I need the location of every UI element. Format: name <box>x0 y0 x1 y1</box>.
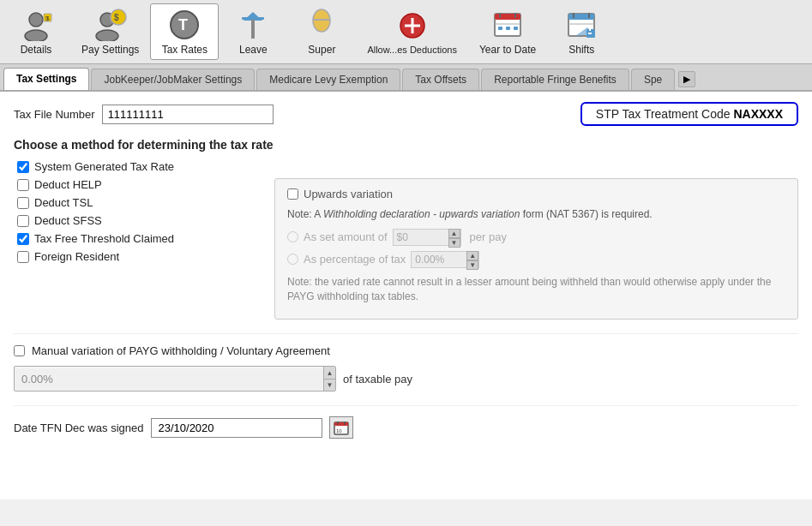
foreign-resident-label[interactable]: Foreign Resident <box>34 250 119 263</box>
note1-prefix: Note: A <box>287 208 323 220</box>
upward-variation-note2: Note: the varied rate cannot result in a… <box>287 275 785 304</box>
leave-icon <box>236 8 270 42</box>
calendar-button[interactable]: 10 <box>329 416 353 439</box>
date-tfn-row: Date TFN Dec was signed 10 <box>14 405 798 439</box>
manual-variation-checkbox[interactable] <box>14 345 25 356</box>
tab-tax-offsets[interactable]: Tax Offsets <box>402 69 479 90</box>
allowances-icon <box>395 9 430 43</box>
shifts-icon <box>564 8 598 42</box>
spinner-down[interactable]: ▼ <box>448 238 460 248</box>
toolbar-item-details[interactable]: $ Details <box>2 3 70 60</box>
tfn-input[interactable] <box>102 105 274 124</box>
svg-point-5 <box>96 30 118 41</box>
tfn-row: Tax File Number STP Tax Treatment Code N… <box>14 102 798 126</box>
tax-free-threshold-row: Tax Free Threshold Claimed <box>17 232 254 245</box>
toolbar-label-leave: Leave <box>239 44 268 56</box>
system-generated-row: System Generated Tax Rate <box>17 160 798 173</box>
upward-variation-label[interactable]: Upwards variation <box>304 188 393 200</box>
as-pct-input-wrap: ▲ ▼ <box>411 251 479 268</box>
svg-rect-27 <box>568 14 594 20</box>
date-tfn-input[interactable] <box>151 418 322 438</box>
toolbar: $ Details $ Pay Settings T Tax Rates <box>0 0 812 64</box>
toolbar-item-tax-rates[interactable]: T Tax Rates <box>150 3 219 60</box>
upward-variation-checkbox[interactable] <box>287 188 298 200</box>
manual-variation-spinners: ▲ ▼ <box>323 367 335 391</box>
manual-variation-row: Manual variation of PAYG withholding / V… <box>14 344 798 357</box>
deduct-sfss-label[interactable]: Deduct SFSS <box>34 214 102 227</box>
manual-var-spinner-up[interactable]: ▲ <box>324 367 335 380</box>
deduct-sfss-row: Deduct SFSS <box>17 214 254 227</box>
toolbar-item-allowances[interactable]: Allow...es Deductions <box>356 3 468 60</box>
deduct-tsl-row: Deduct TSL <box>17 196 254 209</box>
svg-point-0 <box>29 13 43 27</box>
svg-rect-25 <box>514 27 518 30</box>
svg-text:$: $ <box>45 15 50 22</box>
svg-rect-24 <box>506 27 510 30</box>
tax-rates-icon: T <box>167 8 201 42</box>
tab-reportable-fringe[interactable]: Reportable Fringe Benefits <box>481 69 629 90</box>
main-content: Tax File Number STP Tax Treatment Code N… <box>0 92 812 499</box>
left-col: Deduct HELP Deduct TSL Deduct SFSS Tax F… <box>14 178 254 320</box>
svg-text:T: T <box>178 16 188 33</box>
deduct-help-checkbox[interactable] <box>17 179 29 191</box>
svg-marker-11 <box>244 12 262 21</box>
tax-free-threshold-checkbox[interactable] <box>17 233 29 245</box>
as-pct-spinners: ▲ ▼ <box>466 251 478 268</box>
toolbar-item-leave[interactable]: Leave <box>219 3 287 60</box>
foreign-resident-checkbox[interactable] <box>17 251 29 263</box>
tab-bar: Tax Settings JobKeeper/JobMaker Settings… <box>0 64 812 92</box>
deduct-help-label[interactable]: Deduct HELP <box>34 178 102 191</box>
manual-var-spinner-down[interactable]: ▼ <box>324 380 335 392</box>
tax-free-threshold-label[interactable]: Tax Free Threshold Claimed <box>34 232 174 245</box>
pay-settings-icon: $ <box>93 8 128 42</box>
toolbar-label-pay-settings: Pay Settings <box>81 44 139 56</box>
of-taxable-label: of taxable pay <box>343 373 412 386</box>
toolbar-label-year-to-date: Year to Date <box>479 44 536 56</box>
spinner-down[interactable]: ▼ <box>466 260 478 270</box>
stp-code: NAXXXX <box>733 107 783 121</box>
foreign-resident-row: Foreign Resident <box>17 250 254 263</box>
svg-text:10: 10 <box>336 428 342 433</box>
stp-badge: STP Tax Treatment Code NAXXXX <box>580 102 798 126</box>
note1-suffix: form (NAT 5367) is required. <box>520 208 652 220</box>
svg-rect-12 <box>251 20 255 39</box>
deduct-sfss-checkbox[interactable] <box>17 215 29 227</box>
toolbar-item-pay-settings[interactable]: $ Pay Settings <box>70 3 150 60</box>
tfn-label: Tax File Number <box>14 108 95 121</box>
system-generated-label[interactable]: System Generated Tax Rate <box>34 160 174 173</box>
system-generated-checkbox[interactable] <box>17 161 29 173</box>
spinner-up[interactable]: ▲ <box>466 251 478 260</box>
tab-jobkeeper[interactable]: JobKeeper/JobMaker Settings <box>91 69 255 90</box>
svg-point-1 <box>25 30 47 41</box>
manual-variation-label[interactable]: Manual variation of PAYG withholding / V… <box>32 344 330 357</box>
spinner-up[interactable]: ▲ <box>448 229 460 238</box>
radio-as-set-amount[interactable] <box>287 231 298 242</box>
toolbar-item-year-to-date[interactable]: Year to Date <box>468 3 547 60</box>
toolbar-label-allowances: Allow...es Deductions <box>367 45 457 55</box>
radio-as-percentage-label: As percentage of tax <box>304 253 406 266</box>
tab-nav-right[interactable]: ▶ <box>678 71 695 87</box>
date-tfn-label: Date TFN Dec was signed <box>14 421 144 434</box>
radio-as-percentage[interactable] <box>287 254 298 265</box>
toolbar-label-details: Details <box>21 44 52 56</box>
radio-as-set-amount-row: As set amount of ▲ ▼ per pay <box>287 229 785 246</box>
deduct-tsl-checkbox[interactable] <box>17 197 29 209</box>
radio-as-percentage-row: As percentage of tax ▲ ▼ <box>287 251 785 268</box>
deduct-tsl-label[interactable]: Deduct TSL <box>34 196 93 209</box>
svg-rect-36 <box>334 422 348 426</box>
details-icon: $ <box>19 8 53 42</box>
per-pay-label: per pay <box>470 230 507 243</box>
upward-variation-note1: Note: A Withholding declaration - upward… <box>287 207 785 222</box>
upward-variation-title-row: Upwards variation <box>287 188 785 200</box>
tab-medicare-levy[interactable]: Medicare Levy Exemption <box>256 69 400 90</box>
tab-spe[interactable]: Spe <box>631 69 675 90</box>
svg-rect-19 <box>495 14 520 20</box>
year-to-date-icon <box>490 8 525 42</box>
toolbar-item-shifts[interactable]: Shifts <box>547 3 616 60</box>
toolbar-item-super[interactable]: Super <box>287 3 356 60</box>
manual-variation-input[interactable] <box>15 368 323 390</box>
tax-rate-columns: Deduct HELP Deduct TSL Deduct SFSS Tax F… <box>14 178 798 320</box>
tab-tax-settings[interactable]: Tax Settings <box>3 68 89 90</box>
stp-label: STP Tax Treatment Code <box>596 107 731 121</box>
deduct-help-row: Deduct HELP <box>17 178 254 191</box>
